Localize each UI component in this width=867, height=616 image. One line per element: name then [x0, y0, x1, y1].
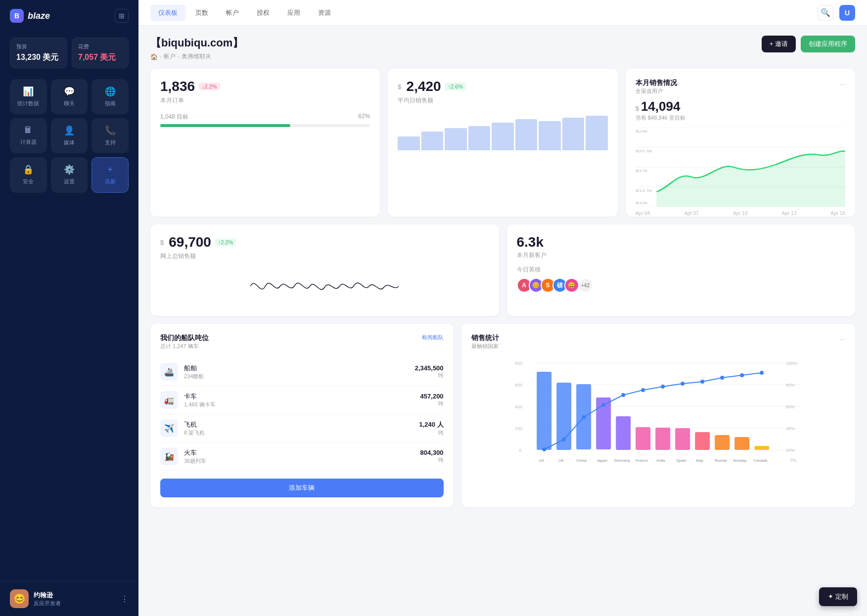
new-customers-card: 6.3k 本月新客户 今日英雄 A 😊 S 碛 😄 +42	[507, 224, 856, 316]
tab-pages[interactable]: 页数	[187, 4, 216, 21]
svg-rect-34	[695, 432, 710, 450]
svg-text:Norway: Norway	[733, 458, 746, 463]
sidebar-item-guide[interactable]: 🌐 指南	[91, 79, 129, 114]
svg-text:$13.5k: $13.5k	[636, 188, 652, 193]
nav-label-chat: 聊天	[64, 100, 75, 107]
chart-x-labels: Apr 04 Apr 07 Apr 10 Apr 13 Apr 16	[636, 211, 845, 216]
hero-avatar-5: 😄	[564, 278, 579, 293]
truck-icon: 🚛	[160, 391, 178, 409]
avg-sales-header: $ 2,420 ↑2.6%	[398, 79, 607, 94]
orders-label: 本月订单	[160, 96, 370, 105]
orders-badge: ↓2.2%	[199, 83, 220, 90]
create-app-button[interactable]: 创建应用程序	[801, 36, 855, 52]
svg-text:0%: 0%	[790, 458, 796, 463]
fleet-count-plane: 8 架飞机	[184, 429, 413, 437]
sales-stats-menu[interactable]: ...	[839, 334, 845, 342]
svg-text:800: 800	[515, 361, 522, 366]
top-nav-avatar[interactable]: U	[839, 5, 855, 21]
nav-label-media: 媒体	[64, 139, 75, 146]
tab-dashboard[interactable]: 仪表板	[150, 4, 185, 21]
svg-point-41	[601, 403, 605, 407]
tab-apps[interactable]: 应用	[279, 4, 308, 21]
mini-bars-chart	[398, 111, 607, 150]
mini-bar	[515, 119, 537, 150]
mid-stats-row: $ 69,700 ↑2.2% 网上总销售额 6.3k 本月新客户 今日英雄	[150, 224, 855, 316]
sidebar-item-add[interactable]: + 添新	[91, 157, 129, 193]
monthly-sales-subtitle: 全渠道用户	[636, 88, 677, 95]
tab-account[interactable]: 帐户	[218, 4, 247, 21]
svg-rect-30	[616, 416, 631, 450]
content-area: 【biqubiqu.com】 🏠 › 帐户 › 奥弗维耶夫 + 邀请 创建应用程…	[138, 26, 867, 616]
add-vehicle-button[interactable]: 添加车辆	[160, 479, 444, 497]
mini-bar	[445, 128, 466, 151]
fleet-card: 我们的船队吨位 总计 1,247 辆车 检阅船队 🚢 船舶 234艘船 2,34…	[150, 324, 454, 507]
logo-area: B blaze	[10, 9, 50, 23]
ship-icon: 🚢	[160, 363, 178, 381]
svg-point-38	[542, 447, 546, 451]
svg-point-40	[582, 415, 586, 419]
nav-label-stats: 统计数据	[17, 100, 39, 107]
tab-resources[interactable]: 资源	[310, 4, 339, 21]
fleet-info-ship: 船舶 234艘船	[184, 364, 409, 380]
sidebar-item-stats[interactable]: 📊 统计数据	[10, 79, 47, 114]
mini-bar	[492, 123, 513, 150]
progress-label: 1,048 目标	[160, 113, 188, 121]
online-sales-card: $ 69,700 ↑2.2% 网上总销售额	[150, 224, 499, 316]
progress-header: 1,048 目标 62%	[160, 113, 370, 121]
svg-rect-33	[675, 428, 690, 450]
sidebar-item-calculator[interactable]: 🖩 计算器	[10, 118, 47, 153]
svg-text:Canada: Canada	[753, 458, 768, 463]
top-nav-tabs: 仪表板 页数 帐户 授权 应用 资源	[150, 4, 339, 21]
breadcrumb-home: 🏠	[150, 53, 158, 60]
support-icon: 📞	[105, 125, 116, 136]
new-customers-value: 6.3k	[517, 234, 846, 250]
svg-rect-37	[754, 446, 769, 450]
online-sales-header: $ 69,700 ↑2.2%	[160, 234, 489, 250]
svg-point-49	[760, 371, 764, 375]
user-more-icon[interactable]: ⋮	[121, 594, 129, 604]
search-button[interactable]: 🔍	[818, 5, 833, 21]
customize-button[interactable]: ✦ 定制	[819, 587, 857, 606]
svg-text:20%: 20%	[786, 448, 795, 453]
top-stats-row: 1,836 ↓2.2% 本月订单 1,048 目标 62% $	[150, 69, 855, 217]
monthly-sales-card: 本月销售情况 全渠道用户 ... $ 14,094 另有 $48,346 至目标	[626, 69, 855, 217]
sidebar-item-support[interactable]: 📞 支持	[91, 118, 129, 153]
tab-auth[interactable]: 授权	[249, 4, 277, 21]
fleet-header: 我们的船队吨位 总计 1,247 辆车 检阅船队	[160, 334, 444, 350]
bottom-row: 我们的船队吨位 总计 1,247 辆车 检阅船队 🚢 船舶 234艘船 2,34…	[150, 324, 855, 507]
expense-value: 7,057 美元	[78, 52, 122, 63]
monthly-sales-menu[interactable]: ...	[839, 79, 845, 87]
sidebar-settings-icon[interactable]: ⊞	[115, 9, 129, 23]
fleet-link[interactable]: 检阅船队	[422, 334, 444, 341]
svg-point-42	[621, 393, 625, 397]
fleet-value-train: 804,300 吨	[420, 449, 444, 464]
fleet-subtitle: 总计 1,247 辆车	[160, 343, 209, 350]
sidebar-item-media[interactable]: 👤 媒体	[51, 118, 88, 153]
fleet-item-plane: ✈️ 飞机 8 架飞机 1,240 人 吨	[160, 414, 444, 442]
nav-label-guide: 指南	[105, 100, 116, 107]
progress-bar	[160, 124, 370, 127]
sidebar-item-chat[interactable]: 💬 聊天	[51, 79, 88, 114]
svg-text:$24k: $24k	[636, 129, 648, 133]
svg-point-45	[681, 382, 684, 386]
fleet-unit-train: 吨	[420, 456, 444, 464]
svg-rect-31	[636, 427, 650, 450]
sidebar-footer: 😊 约翰逊 反应开发者 ⋮	[0, 581, 138, 616]
online-sales-value: 69,700	[169, 234, 211, 250]
fleet-info-plane: 飞机 8 架飞机	[184, 420, 413, 437]
expense-label: 花费	[78, 43, 122, 50]
sidebar-item-settings[interactable]: ⚙️ 设置	[51, 157, 88, 193]
fleet-item-truck: 🚛 卡车 1,460 辆卡车 457,200 吨	[160, 386, 444, 414]
svg-rect-35	[715, 435, 730, 450]
svg-text:Russia: Russia	[715, 458, 727, 463]
main-area: 仪表板 页数 帐户 授权 应用 资源 🔍 U 【biqubiqu.com】 🏠 …	[138, 0, 867, 616]
invite-button[interactable]: + 邀请	[762, 36, 796, 52]
online-sales-label: 网上总销售额	[160, 252, 489, 261]
sales-stats-title: 销售统计	[471, 334, 499, 343]
monthly-sales-amount: 14,094	[641, 99, 681, 114]
svg-text:80%: 80%	[786, 383, 795, 388]
sidebar-item-security[interactable]: 🔒 安全	[10, 157, 47, 193]
heroes-section: 今日英雄 A 😊 S 碛 😄 +42	[517, 265, 846, 293]
fleet-amount-train: 804,300	[420, 449, 444, 456]
avg-sales-label: 平均日销售额	[398, 96, 607, 105]
